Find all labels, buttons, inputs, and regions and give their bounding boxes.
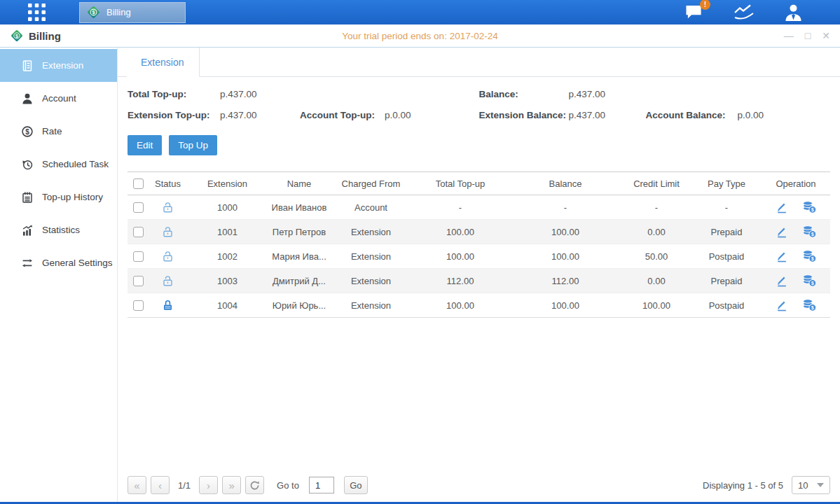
go-button[interactable]: Go xyxy=(344,476,368,494)
row-checkbox[interactable] xyxy=(133,300,144,311)
sidebar-item-label: Account xyxy=(42,93,76,104)
table-footer: « ‹ 1/1 › » Go to Go Di xyxy=(128,468,830,502)
top-up-button[interactable]: Top Up xyxy=(169,135,217,155)
row-checkbox[interactable] xyxy=(133,276,144,286)
cell-pay-type: Prepaid xyxy=(691,269,762,293)
col-name: Name xyxy=(268,172,331,195)
person-icon xyxy=(783,3,804,22)
sidebar-item-extension[interactable]: Extension xyxy=(0,49,117,82)
sidebar-item-label: Top-up History xyxy=(42,192,103,202)
row-checkbox[interactable] xyxy=(133,251,144,262)
extensions-table: Status Extension Name Charged From Total… xyxy=(128,172,830,318)
lock-status-icon[interactable] xyxy=(161,250,174,260)
top-up-row-icon[interactable]: $ xyxy=(801,225,817,239)
messages-button[interactable]: ! xyxy=(684,4,705,21)
col-extension: Extension xyxy=(187,172,268,195)
row-checkbox[interactable] xyxy=(133,202,144,213)
lock-status-icon[interactable] xyxy=(161,225,174,236)
app-grid-button[interactable] xyxy=(25,2,48,23)
refresh-icon xyxy=(249,480,260,491)
lock-status-icon[interactable] xyxy=(161,299,174,309)
billing-diamond-icon: $ xyxy=(10,29,24,43)
svg-text:$: $ xyxy=(811,281,813,286)
displaying-info: Displaying 1 - 5 of 5 xyxy=(703,480,783,491)
person-icon xyxy=(21,92,34,105)
table-header-row: Status Extension Name Charged From Total… xyxy=(128,172,830,195)
first-page-button[interactable]: « xyxy=(128,476,146,494)
edit-row-icon[interactable] xyxy=(776,225,789,239)
cell-extension: 1000 xyxy=(187,195,268,220)
balance-value: p.437.00 xyxy=(569,89,646,99)
prev-page-button[interactable]: ‹ xyxy=(151,476,170,494)
sidebar: Extension Account $ Rate xyxy=(0,48,118,502)
col-balance: Balance xyxy=(509,172,621,195)
top-up-row-icon[interactable]: $ xyxy=(801,249,817,263)
account-balance-label: Account Balance: xyxy=(646,110,738,120)
top-up-row-icon[interactable]: $ xyxy=(801,298,817,312)
account-button[interactable] xyxy=(783,3,804,22)
sidebar-item-account[interactable]: Account xyxy=(0,82,117,115)
cell-name: Иван Иванов xyxy=(268,195,331,220)
goto-page-input[interactable] xyxy=(309,477,334,493)
cell-pay-type: Postpaid xyxy=(691,293,762,318)
cell-credit-limit: 0.00 xyxy=(621,269,691,293)
cell-extension: 1003 xyxy=(187,269,268,293)
cell-credit-limit: - xyxy=(621,195,691,220)
cell-pay-type: Postpaid xyxy=(691,244,762,269)
sidebar-item-scheduled-task[interactable]: Scheduled Task xyxy=(0,148,117,181)
statistics-button[interactable] xyxy=(733,4,755,22)
account-balance-value: p.0.00 xyxy=(738,110,831,120)
chevron-down-icon xyxy=(817,483,824,487)
edit-row-icon[interactable] xyxy=(776,274,789,288)
maximize-button[interactable]: □ xyxy=(805,31,811,41)
last-page-button[interactable]: » xyxy=(222,476,241,494)
sidebar-item-rate[interactable]: $ Rate xyxy=(0,115,117,148)
refresh-button[interactable] xyxy=(245,476,264,494)
bar-chart-icon xyxy=(21,224,34,237)
svg-text:$: $ xyxy=(25,127,29,135)
total-topup-label: Total Top-up: xyxy=(128,89,220,99)
edit-row-icon[interactable] xyxy=(776,299,789,312)
minimize-button[interactable]: — xyxy=(784,31,794,41)
taskbar-app-billing[interactable]: $ Billing xyxy=(79,2,186,23)
svg-text:$: $ xyxy=(811,232,813,237)
edit-row-icon[interactable] xyxy=(776,201,789,214)
cell-total-topup: - xyxy=(411,195,509,220)
goto-label: Go to xyxy=(277,480,299,491)
sidebar-item-topup-history[interactable]: Top-up History xyxy=(0,181,117,214)
notepad-icon xyxy=(21,191,34,204)
edit-row-icon[interactable] xyxy=(776,250,789,263)
next-page-button[interactable]: › xyxy=(199,476,218,494)
select-all-checkbox[interactable] xyxy=(133,178,144,189)
row-checkbox[interactable] xyxy=(133,227,144,237)
cell-extension: 1002 xyxy=(187,244,268,269)
cell-total-topup: 112.00 xyxy=(411,269,509,293)
cell-credit-limit: 50.00 xyxy=(621,244,691,269)
cell-extension: 1004 xyxy=(187,293,268,318)
page-indicator: 1/1 xyxy=(178,480,191,491)
sidebar-item-label: Statistics xyxy=(42,225,80,235)
lock-status-icon[interactable] xyxy=(161,274,174,285)
col-total-topup: Total Top-up xyxy=(411,172,509,195)
total-topup-value: p.437.00 xyxy=(220,89,300,99)
cell-balance: 112.00 xyxy=(509,269,621,293)
sidebar-item-general-settings[interactable]: General Settings xyxy=(0,246,117,279)
tab-extension[interactable]: Extension xyxy=(127,48,200,77)
sidebar-item-statistics[interactable]: Statistics xyxy=(0,214,117,246)
edit-button[interactable]: Edit xyxy=(128,135,162,155)
cell-credit-limit: 100.00 xyxy=(621,293,691,318)
top-up-row-icon[interactable]: $ xyxy=(801,274,817,288)
lock-status-icon[interactable] xyxy=(161,201,174,211)
close-button[interactable]: ✕ xyxy=(822,31,830,41)
table-row: 1004 Юрий Юрь... Extension 100.00 100.00… xyxy=(128,293,830,318)
tab-bar: Extension xyxy=(118,48,840,77)
billing-diamond-icon: $ xyxy=(86,5,101,20)
table-row: 1003 Дмитрий Д... Extension 112.00 112.0… xyxy=(128,269,830,293)
col-charged-from: Charged From xyxy=(331,172,411,195)
top-up-row-icon[interactable]: $ xyxy=(801,200,817,214)
desktop-taskbar: $ Billing ! xyxy=(0,0,840,24)
window-title: Billing xyxy=(29,30,61,42)
page-size-select[interactable]: 10 xyxy=(792,476,830,494)
billing-summary: Total Top-up: p.437.00 Balance: p.437.00… xyxy=(128,89,830,120)
col-operation: Operation xyxy=(762,172,830,195)
